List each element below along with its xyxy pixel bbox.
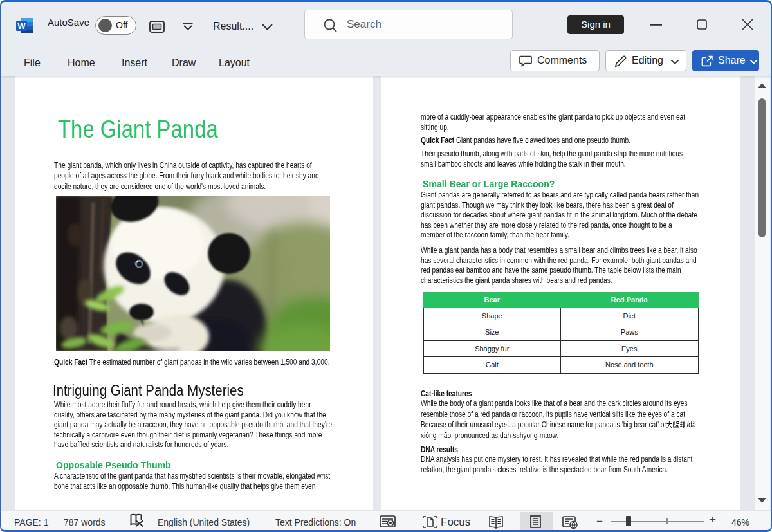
svg-text:W: W <box>17 21 26 31</box>
